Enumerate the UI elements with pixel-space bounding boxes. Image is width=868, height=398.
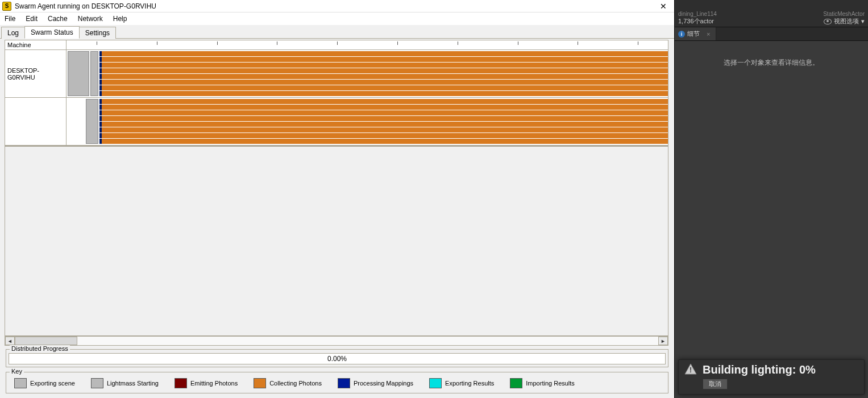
- key-legend: Key: [10, 368, 24, 375]
- svg-text:!: !: [690, 366, 692, 374]
- build-toast: ! Building lighting: 0% 取消: [678, 359, 865, 395]
- view-options-button[interactable]: 视图选项 ▾: [824, 17, 865, 26]
- status-body: Machine DESKTOP-G0RVIHU: [0, 39, 674, 398]
- window-title: Swarm Agent running on DESKTOP-G0RVIHU: [15, 2, 655, 10]
- track-row-0: DESKTOP-G0RVIHU: [5, 50, 668, 98]
- key-processing-mappings: Processing Mappings: [338, 378, 413, 388]
- swatch-importing-results: [510, 378, 522, 388]
- chevron-down-icon: ▾: [861, 18, 865, 25]
- progress-bar: 0.00%: [9, 353, 666, 364]
- timeline-header: Machine: [5, 40, 668, 50]
- warning-icon: !: [684, 363, 697, 375]
- segment-collecting-photons-1: [99, 99, 668, 144]
- progress-fieldset: Distributed Progress 0.00%: [6, 349, 668, 367]
- editor-side-panel: dining_Line114 StaticMeshActor 1,736个act…: [675, 0, 868, 398]
- segment-exporting-scene: [68, 51, 89, 96]
- key-importing-results: Importing Results: [510, 378, 575, 388]
- timeline-area: Machine DESKTOP-G0RVIHU: [0, 39, 674, 347]
- menu-edit[interactable]: Edit: [26, 15, 38, 23]
- menu-file[interactable]: File: [5, 15, 15, 23]
- timeline-tracks: DESKTOP-G0RVIHU: [5, 50, 668, 146]
- key-items: Exporting scene Lightmass Starting Emitt…: [9, 376, 666, 391]
- segment-collecting-photons: [99, 51, 668, 96]
- tab-settings[interactable]: Settings: [79, 27, 116, 39]
- machine-column-header: Machine: [5, 40, 67, 49]
- swatch-processing-mappings: [338, 378, 350, 388]
- details-body: 选择一个对象来查看详细信息。: [675, 41, 868, 398]
- menu-help[interactable]: Help: [113, 15, 127, 23]
- swarm-window: S Swarm Agent running on DESKTOP-G0RVIHU…: [0, 0, 675, 398]
- segment-lightmass-starting: [90, 51, 98, 96]
- details-tabbar: i 细节 ×: [675, 27, 868, 41]
- menu-network[interactable]: Network: [78, 15, 103, 23]
- scroll-right-arrow-icon[interactable]: ►: [658, 337, 668, 345]
- close-button[interactable]: ✕: [655, 1, 672, 12]
- outliner-footer: dining_Line114 StaticMeshActor 1,736个act…: [675, 0, 868, 27]
- toast-title: Building lighting: 0%: [703, 363, 858, 376]
- info-icon: i: [678, 31, 685, 38]
- key-emitting-photons: Emitting Photons: [175, 378, 238, 388]
- titlebar: S Swarm Agent running on DESKTOP-G0RVIHU…: [0, 0, 674, 13]
- cancel-button[interactable]: 取消: [703, 379, 728, 389]
- progress-legend: Distributed Progress: [10, 345, 70, 352]
- eye-icon: [824, 19, 832, 24]
- tab-details[interactable]: i 细节 ×: [675, 27, 716, 40]
- menubar: File Edit Cache Network Help: [0, 13, 674, 25]
- tab-swarm-status[interactable]: Swarm Status: [24, 26, 80, 39]
- app-icon: S: [2, 2, 11, 11]
- actor-count: 1,736个actor: [678, 17, 714, 26]
- key-collecting-photons: Collecting Photons: [254, 378, 322, 388]
- menu-cache[interactable]: Cache: [48, 15, 68, 23]
- scroll-thumb[interactable]: [15, 337, 77, 345]
- outliner-last-row: dining_Line114 StaticMeshActor: [678, 11, 865, 17]
- segment-lightmass-starting-1: [86, 99, 98, 144]
- key-lightmass-starting: Lightmass Starting: [91, 378, 159, 388]
- app-root: S Swarm Agent running on DESKTOP-G0RVIHU…: [0, 0, 868, 398]
- swatch-emitting-photons: [175, 378, 187, 388]
- h-scrollbar[interactable]: ◄ ►: [5, 336, 668, 346]
- timeline-ticks: [67, 40, 668, 49]
- key-exporting-results: Exporting Results: [429, 378, 494, 388]
- swatch-exporting-scene: [14, 378, 27, 388]
- key-fieldset: Key Exporting scene Lightmass Starting E…: [6, 372, 668, 393]
- track-canvas-1[interactable]: [67, 98, 668, 145]
- swatch-collecting-photons: [254, 378, 266, 388]
- close-tab-icon[interactable]: ×: [707, 31, 710, 38]
- scroll-left-arrow-icon[interactable]: ◄: [5, 337, 15, 345]
- track-canvas-0[interactable]: [67, 50, 668, 97]
- key-exporting-scene: Exporting scene: [14, 378, 75, 388]
- tabbar: Log Swarm Status Settings: [0, 25, 674, 39]
- details-empty-message: 选择一个对象来查看详细信息。: [724, 58, 819, 68]
- machine-label-0: DESKTOP-G0RVIHU: [5, 50, 67, 97]
- tab-log[interactable]: Log: [1, 27, 25, 39]
- timeline-empty-area: [5, 146, 668, 336]
- swatch-lightmass-starting: [91, 378, 103, 388]
- scroll-track[interactable]: [15, 337, 658, 345]
- swatch-exporting-results: [429, 378, 442, 388]
- machine-label-1: [5, 98, 67, 145]
- track-row-1: [5, 98, 668, 146]
- progress-value: 0.00%: [327, 355, 347, 363]
